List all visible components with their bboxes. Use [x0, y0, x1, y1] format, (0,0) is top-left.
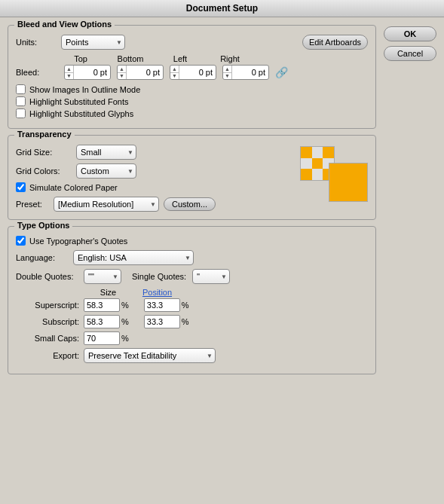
simulate-paper-label: Simulate Colored Paper — [29, 183, 118, 192]
bleed-right-header: Right — [207, 54, 253, 63]
preset-label: Preset: — [16, 200, 54, 209]
grid-size-label: Grid Size: — [16, 148, 76, 157]
title-bar: Document Setup — [0, 0, 444, 17]
bleed-top-up[interactable]: ▲ — [65, 66, 73, 73]
custom-button[interactable]: Custom... — [164, 197, 216, 211]
bleed-left-down[interactable]: ▼ — [170, 73, 179, 80]
size-header: Size — [87, 288, 129, 297]
use-quotes-checkbox[interactable] — [16, 236, 26, 246]
small-caps-size-input[interactable] — [84, 331, 120, 345]
export-label: Export: — [16, 351, 84, 360]
highlight-glyphs-checkbox[interactable] — [16, 108, 26, 118]
bleed-top-value: 0 pt — [74, 68, 110, 77]
bleed-section-label: Bleed and View Options — [14, 20, 115, 29]
subscript-label: Subscript: — [16, 317, 84, 326]
units-select-wrapper[interactable]: Points Pixels Inches Centimeters Millime… — [61, 35, 125, 50]
transparency-preview — [300, 146, 368, 212]
grid-size-select-wrapper[interactable]: Small Medium Large — [76, 145, 136, 160]
units-label: Units: — [16, 38, 61, 47]
cancel-button[interactable]: Cancel — [384, 46, 436, 61]
bleed-left-header: Left — [157, 54, 204, 63]
bleed-right-value: 0 pt — [232, 68, 268, 77]
type-section: Type Options Use Typographer's Quotes La… — [8, 226, 376, 374]
single-quotes-select[interactable]: '' — [192, 269, 230, 284]
use-quotes-label: Use Typographer's Quotes — [29, 237, 127, 246]
language-label: Language: — [16, 253, 70, 262]
grid-colors-select-wrapper[interactable]: Light Medium Dark Custom — [76, 163, 136, 179]
highlight-fonts-checkbox[interactable] — [16, 96, 26, 106]
bleed-label: Bleed: — [16, 68, 61, 77]
grid-size-select[interactable]: Small Medium Large — [76, 145, 136, 160]
superscript-pos-input[interactable] — [144, 298, 180, 312]
bleed-top-header: Top — [57, 54, 104, 63]
highlight-fonts-label: Highlight Substituted Fonts — [29, 97, 128, 106]
bleed-left-up[interactable]: ▲ — [170, 66, 179, 73]
bleed-section: Bleed and View Options Units: Points Pix… — [8, 25, 376, 129]
simulate-paper-checkbox[interactable] — [16, 182, 26, 192]
big-color-square — [329, 163, 368, 202]
bleed-right-up[interactable]: ▲ — [223, 66, 231, 73]
transparency-section-label: Transparency — [14, 130, 75, 139]
superscript-size-input[interactable] — [84, 298, 120, 312]
bleed-bottom-up[interactable]: ▲ — [118, 66, 126, 73]
ok-button[interactable]: OK — [384, 26, 436, 41]
double-quotes-label: Double Quotes: — [16, 272, 84, 281]
grid-colors-select[interactable]: Light Medium Dark Custom — [76, 163, 136, 179]
lock-icon: 🔗 — [275, 66, 288, 78]
export-select[interactable]: Preserve Text Editability Preserve Appea… — [84, 348, 216, 363]
edit-artboards-button[interactable]: Edit Artboards — [302, 35, 368, 50]
bleed-right-down[interactable]: ▼ — [223, 73, 231, 80]
show-images-checkbox[interactable] — [16, 84, 26, 94]
single-quotes-select-wrapper[interactable]: '' — [192, 269, 230, 284]
bleed-top-down[interactable]: ▼ — [65, 73, 73, 80]
buttons-panel: OK Cancel — [384, 25, 436, 374]
type-section-label: Type Options — [14, 221, 72, 230]
double-quotes-select-wrapper[interactable]: "" — [84, 269, 121, 284]
bleed-bottom-down[interactable]: ▼ — [118, 73, 126, 80]
highlight-fonts-row: Highlight Substituted Fonts — [16, 96, 368, 106]
small-caps-label: Small Caps: — [16, 334, 84, 343]
highlight-glyphs-label: Highlight Substituted Glyphs — [29, 109, 133, 118]
preset-select-wrapper[interactable]: [Medium Resolution] — [54, 197, 159, 212]
subscript-pos-input[interactable] — [144, 315, 180, 328]
grid-colors-label: Grid Colors: — [16, 166, 76, 176]
show-images-row: Show Images In Outline Mode — [16, 84, 368, 94]
preset-select[interactable]: [Medium Resolution] — [54, 197, 159, 212]
bleed-right-input[interactable]: ▲ ▼ 0 pt — [222, 65, 269, 80]
bleed-bottom-value: 0 pt — [127, 68, 163, 77]
language-select[interactable]: English: USA English: UK French German — [73, 250, 194, 265]
language-select-wrapper[interactable]: English: USA English: UK French German — [73, 250, 194, 265]
export-select-wrapper[interactable]: Preserve Text Editability Preserve Appea… — [84, 348, 216, 363]
superscript-label: Superscript: — [16, 301, 84, 310]
units-select[interactable]: Points Pixels Inches Centimeters Millime… — [61, 35, 125, 50]
bleed-bottom-header: Bottom — [107, 54, 154, 63]
highlight-glyphs-row: Highlight Substituted Glyphs — [16, 108, 368, 118]
position-header: Position — [136, 288, 178, 297]
bleed-left-value: 0 pt — [179, 68, 216, 77]
transparency-section: Transparency Grid Size: Small Medium Lar… — [8, 135, 376, 220]
dialog-title: Document Setup — [186, 3, 258, 14]
single-quotes-label: Single Quotes: — [132, 272, 192, 281]
bleed-bottom-input[interactable]: ▲ ▼ 0 pt — [117, 65, 164, 80]
subscript-size-input[interactable] — [84, 315, 120, 328]
bleed-top-input[interactable]: ▲ ▼ 0 pt — [64, 65, 111, 80]
bleed-left-input[interactable]: ▲ ▼ 0 pt — [170, 65, 216, 80]
show-images-label: Show Images In Outline Mode — [29, 85, 140, 94]
double-quotes-select[interactable]: "" — [84, 269, 121, 284]
